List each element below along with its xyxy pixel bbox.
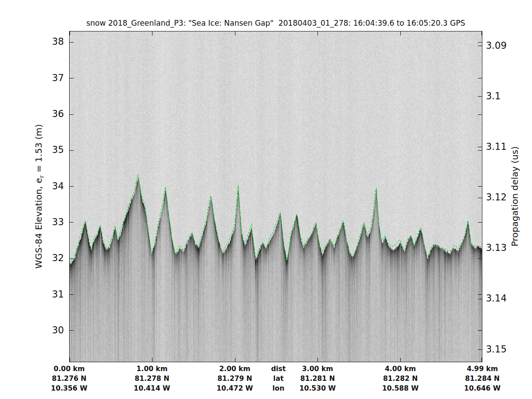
elevation-tick-mark [70, 186, 74, 187]
elevation-tick-mark [70, 258, 74, 259]
latitude-label: 81.276 N [51, 374, 87, 383]
x-axis-column: 0.00 km81.276 N10.356 W [51, 364, 87, 393]
distance-tick-mark [481, 31, 482, 35]
delay-tick-mark [478, 248, 482, 249]
elevation-tick-mark [478, 150, 482, 151]
latitude-label: 81.282 N [382, 374, 419, 383]
longitude-label: 10.588 W [382, 383, 419, 393]
x-axis-column: 2.00 km81.279 N10.472 W [216, 364, 253, 393]
elevation-tick-mark [70, 114, 74, 115]
delay-tick-label: 3.13 [486, 243, 526, 253]
elevation-tick-mark [70, 150, 74, 151]
elevation-tick-label: 35 [25, 145, 64, 155]
distance-label: 2.00 km [216, 364, 253, 374]
distance-tick-mark [235, 31, 235, 35]
delay-tick-mark [478, 46, 482, 46]
longitude-label: 10.530 W [299, 383, 336, 393]
delay-tick-label: 3.12 [486, 193, 526, 202]
distance-tick-mark [481, 358, 482, 362]
elevation-tick-mark [478, 78, 482, 78]
distance-tick-mark [400, 31, 401, 35]
elevation-tick-mark [478, 186, 482, 187]
distance-label: 1.00 km [134, 364, 170, 374]
elevation-tick-mark [478, 42, 482, 43]
elevation-tick-mark [70, 294, 74, 295]
delay-tick-label: 3.14 [486, 294, 526, 303]
elevation-tick-mark [478, 294, 482, 295]
delay-tick-mark [478, 299, 482, 299]
left-axis-label-sub: r [38, 175, 45, 178]
elevation-tick-label: 34 [25, 182, 64, 191]
longitude-label: 10.356 W [51, 383, 87, 393]
x-axis-column: 1.00 km81.278 N10.414 W [134, 364, 170, 393]
longitude-label: 10.472 W [216, 383, 253, 393]
elevation-tick-label: 33 [25, 218, 64, 227]
elevation-tick-label: 36 [25, 110, 64, 119]
elevation-tick-mark [70, 42, 74, 43]
distance-label: 3.00 km [299, 364, 336, 374]
elevation-tick-mark [478, 330, 482, 331]
latitude-label: 81.278 N [134, 374, 170, 383]
delay-tick-mark [478, 198, 482, 198]
elevation-tick-mark [478, 114, 482, 115]
elevation-tick-mark [70, 330, 74, 331]
lon-header: lon [271, 383, 286, 393]
elevation-tick-mark [70, 78, 74, 78]
latitude-label: 81.279 N [216, 374, 253, 383]
longitude-label: 10.414 W [134, 383, 170, 393]
distance-tick-mark [317, 31, 318, 35]
distance-label: 4.00 km [382, 364, 419, 374]
distance-tick-mark [70, 31, 70, 35]
distance-tick-mark [152, 358, 153, 362]
x-axis-column: 3.00 km81.281 N10.530 W [299, 364, 336, 393]
x-axis-header-column: distlatlon [271, 364, 286, 393]
latitude-label: 81.281 N [299, 374, 336, 383]
latitude-label: 81.284 N [464, 374, 501, 383]
distance-label: 0.00 km [51, 364, 87, 374]
distance-tick-mark [317, 358, 318, 362]
delay-tick-label: 3.1 [486, 92, 526, 101]
delay-tick-label: 3.09 [486, 41, 526, 51]
delay-tick-mark [478, 147, 482, 147]
longitude-label: 10.646 W [464, 383, 501, 393]
delay-tick-label: 3.11 [486, 142, 526, 152]
distance-label: 4.99 km [464, 364, 501, 374]
elevation-tick-label: 37 [25, 74, 64, 83]
plot-area [69, 31, 482, 362]
elevation-tick-label: 30 [25, 326, 64, 335]
echogram-figure: snow 2018_Greenland_P3: "Sea Ice: Nansen… [0, 0, 532, 399]
distance-tick-mark [70, 358, 70, 362]
delay-tick-mark [478, 349, 482, 350]
echogram-canvas[interactable] [70, 31, 482, 362]
distance-tick-mark [400, 358, 401, 362]
delay-tick-label: 3.15 [486, 345, 526, 354]
elevation-tick-mark [70, 222, 74, 223]
figure-title: snow 2018_Greenland_P3: "Sea Ice: Nansen… [86, 19, 466, 27]
elevation-tick-label: 38 [25, 37, 64, 47]
x-axis-column: 4.00 km81.282 N10.588 W [382, 364, 419, 393]
dist-header: dist [271, 364, 286, 374]
distance-tick-mark [235, 358, 235, 362]
delay-tick-mark [478, 96, 482, 97]
lat-header: lat [271, 374, 286, 383]
distance-tick-mark [152, 31, 153, 35]
elevation-tick-mark [478, 222, 482, 223]
elevation-tick-mark [478, 258, 482, 259]
elevation-tick-label: 31 [25, 290, 64, 299]
elevation-tick-label: 32 [25, 254, 64, 263]
x-axis-column: 4.99 km81.284 N10.646 W [464, 364, 501, 393]
